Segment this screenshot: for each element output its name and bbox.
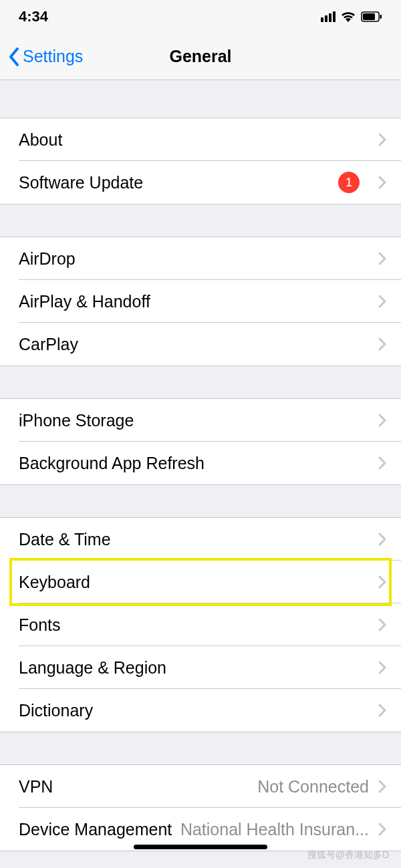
row-software-update[interactable]: Software Update1 <box>0 161 401 204</box>
row-label: iPhone Storage <box>19 411 134 430</box>
nav-bar: Settings General <box>0 33 401 80</box>
chevron-right-icon <box>378 618 386 631</box>
home-indicator[interactable] <box>134 845 267 849</box>
row-label: AirPlay & Handoff <box>19 292 150 311</box>
status-icons <box>321 11 382 22</box>
settings-group: iPhone StorageBackground App Refresh <box>0 398 401 485</box>
group-spacer <box>0 204 401 237</box>
row-label: AirDrop <box>19 249 76 269</box>
chevron-right-icon <box>378 252 386 265</box>
row-date-time[interactable]: Date & Time <box>0 518 401 561</box>
back-button[interactable]: Settings <box>0 47 83 67</box>
chevron-right-icon <box>378 295 386 308</box>
row-dictionary[interactable]: Dictionary <box>0 689 401 732</box>
row-language-region[interactable]: Language & Region <box>0 646 401 689</box>
chevron-right-icon <box>378 780 386 793</box>
status-time: 4:34 <box>19 8 48 25</box>
group-spacer <box>0 485 401 517</box>
group-spacer <box>0 732 401 764</box>
settings-group: AirDropAirPlay & HandoffCarPlay <box>0 237 401 366</box>
row-label: Keyboard <box>19 573 90 592</box>
row-carplay[interactable]: CarPlay <box>0 323 401 366</box>
chevron-left-icon <box>8 47 20 67</box>
chevron-right-icon <box>378 823 386 836</box>
chevron-right-icon <box>378 337 386 351</box>
chevron-right-icon <box>378 661 386 674</box>
chevron-right-icon <box>378 133 386 146</box>
row-label: About <box>19 130 62 150</box>
wifi-icon <box>341 11 356 22</box>
chevron-right-icon <box>378 176 386 189</box>
row-vpn[interactable]: VPNNot Connected <box>0 765 401 808</box>
page-title: General <box>169 47 231 66</box>
group-spacer <box>0 80 401 118</box>
row-label: VPN <box>19 777 53 797</box>
chevron-right-icon <box>378 456 386 470</box>
row-background-app-refresh[interactable]: Background App Refresh <box>0 442 401 484</box>
watermark: 搜狐号@香港知多D <box>307 849 389 861</box>
row-about[interactable]: About <box>0 118 401 161</box>
row-label: Language & Region <box>19 658 166 678</box>
row-value: National Health Insuran... <box>174 820 369 839</box>
row-label: Software Update <box>19 173 143 192</box>
row-label: Date & Time <box>19 530 111 549</box>
row-label: CarPlay <box>19 335 78 354</box>
settings-group: VPNNot ConnectedDevice ManagementNationa… <box>0 764 401 851</box>
cellular-signal-icon <box>321 11 336 22</box>
notification-badge: 1 <box>338 172 360 193</box>
row-label: Dictionary <box>19 701 93 720</box>
row-label: Device Management <box>19 820 172 839</box>
row-airplay-handoff[interactable]: AirPlay & Handoff <box>0 280 401 323</box>
settings-group: Date & TimeKeyboardFontsLanguage & Regio… <box>0 517 401 732</box>
battery-icon <box>361 11 382 22</box>
row-iphone-storage[interactable]: iPhone Storage <box>0 399 401 442</box>
row-label: Fonts <box>19 615 61 635</box>
row-airdrop[interactable]: AirDrop <box>0 237 401 280</box>
svg-rect-1 <box>363 13 375 20</box>
settings-group: AboutSoftware Update1 <box>0 118 401 204</box>
status-bar: 4:34 <box>0 0 401 33</box>
row-keyboard[interactable]: Keyboard <box>0 561 401 603</box>
chevron-right-icon <box>378 533 386 546</box>
row-fonts[interactable]: Fonts <box>0 603 401 646</box>
chevron-right-icon <box>378 414 386 427</box>
chevron-right-icon <box>378 575 386 589</box>
svg-rect-2 <box>380 15 382 19</box>
row-label: Background App Refresh <box>19 454 205 473</box>
chevron-right-icon <box>378 704 386 717</box>
row-value: Not Connected <box>251 777 369 797</box>
group-spacer <box>0 366 401 398</box>
back-label: Settings <box>23 47 83 66</box>
